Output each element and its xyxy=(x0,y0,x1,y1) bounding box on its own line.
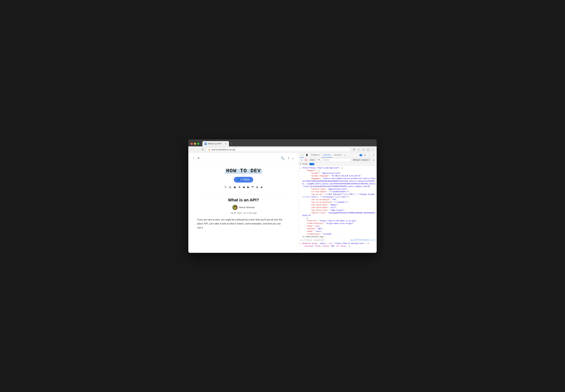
tabs-row: H What is an API? ✕ + ⌄ xyxy=(202,141,374,146)
minimize-button[interactable] xyxy=(194,143,196,145)
article-title: What is an API? xyxy=(228,198,259,202)
tab-list-chevron[interactable]: ⌄ xyxy=(370,144,374,146)
levels-label: Default levels xyxy=(353,159,368,161)
console-toolbar: ⊘ 🚫 top ▾ 👁 Default levels ▾ xyxy=(299,158,377,163)
active-tab[interactable]: H What is an API? ✕ xyxy=(202,141,229,146)
follow-button[interactable]: 👤+ Follow xyxy=(234,177,253,182)
tab-favicon: H xyxy=(205,142,207,145)
console-prompt[interactable]: › xyxy=(299,248,377,251)
page-theme-button[interactable]: ☽ xyxy=(287,156,289,160)
author-name: Marcin Wosinek xyxy=(239,206,255,209)
console-filter-input[interactable] xyxy=(322,158,351,162)
maximize-button[interactable] xyxy=(197,143,199,145)
console-output[interactable]: ▶ fetch("https://how-to.dev/api/user", {… xyxy=(299,166,377,253)
logo-text: HOW TO DEV xyxy=(226,168,261,174)
browser-window: H What is an API? ✕ + ⌄ ← → ↻ 🔒 how-to.d… xyxy=(188,139,377,253)
page-header: ‹ ≡ 🔍 ☽ ⌄ xyxy=(188,153,299,163)
close-button[interactable] xyxy=(191,143,193,145)
devtools-close-button[interactable]: ✕ xyxy=(372,153,375,157)
read-time: 📖 5 min read xyxy=(243,212,256,214)
refresh-icon: ↻ xyxy=(202,148,204,151)
promise-entry: ◀ app-bdf9f4b3353ae001.js:14 ▶ Promise {… xyxy=(299,238,377,242)
follow-label: Follow xyxy=(243,178,250,181)
levels-selector[interactable]: Default levels ▾ xyxy=(352,159,371,161)
linkedin-icon[interactable]: in xyxy=(252,185,253,189)
browser-menu-button[interactable]: ⋮ xyxy=(371,148,375,152)
article-excerpt: If you are new to tech, you might be con… xyxy=(197,218,282,230)
tab-title: What is an API? xyxy=(208,142,223,145)
article-date: Jul 26, 2023 · 📖 5 min read xyxy=(230,212,256,214)
youtube-icon[interactable]: ▶ xyxy=(247,185,249,189)
lock-icon: 🔒 xyxy=(208,149,210,151)
response-toggle[interactable]: ▶ xyxy=(300,242,301,245)
traffic-lights xyxy=(191,143,199,145)
promise-expand[interactable]: ▶ xyxy=(302,239,304,241)
page-menu-button[interactable]: ≡ xyxy=(197,156,200,160)
author-avatar: 🧑 xyxy=(232,205,238,210)
share-button[interactable]: ⬆ xyxy=(352,148,356,152)
fetch-entry: ▶ fetch("https://how-to.dev/api/user", {… xyxy=(299,166,377,238)
blog-logo: HOW TO DEV xyxy=(226,168,261,174)
webpage: ‹ ≡ 🔍 ☽ ⌄ HOW TO DEV 👤+ Follow xyxy=(188,153,299,253)
page-search-button[interactable]: 🔍 xyxy=(281,156,284,160)
device-icon: 📱 xyxy=(306,154,308,156)
eye-button[interactable]: 👁 xyxy=(317,158,321,162)
devtools-tabs: Elements Console Sources » xyxy=(310,153,359,158)
page-content: HOW TO DEV 👤+ Follow 𝕏 ◎ ◉ ⊕ ◆ ▶ in ⊗ ◈ xyxy=(188,163,299,234)
prompt-chevron: › xyxy=(302,249,303,251)
tab-close-button[interactable]: ✕ xyxy=(224,142,227,145)
page-back-button[interactable]: ‹ xyxy=(193,156,195,160)
devtools-device-button[interactable]: 📱 xyxy=(305,153,309,158)
eye-icon: 👁 xyxy=(318,159,320,161)
bookmark-button[interactable]: ☆ xyxy=(357,148,361,152)
tab-elements[interactable]: Elements xyxy=(310,153,322,158)
devtools-settings: ⚙ ⋮ ✕ xyxy=(363,153,375,157)
devtools-badge: 1 xyxy=(359,154,362,156)
extensions-button[interactable]: ⬡ xyxy=(361,148,366,152)
levels-chevron: ▾ xyxy=(369,159,370,161)
follow-icon: 👤+ xyxy=(237,178,242,181)
expand-toggle[interactable]: ▶ xyxy=(300,167,301,169)
github-icon[interactable]: ◉ xyxy=(234,185,236,189)
promise-toggle[interactable]: ◀ xyxy=(300,239,301,241)
devto-icon[interactable]: ◆ xyxy=(243,185,245,189)
new-tab-button[interactable]: + xyxy=(230,141,234,146)
rss-icon[interactable]: ◈ xyxy=(261,185,263,189)
devtools-more-menu[interactable]: ⋮ xyxy=(367,153,371,157)
globe-icon[interactable]: ⊕ xyxy=(238,185,240,189)
back-button[interactable]: ← xyxy=(190,148,194,152)
devtools-panel: ⬚ 📱 Elements Console Sources » xyxy=(299,153,377,253)
tab-sources[interactable]: Sources xyxy=(332,153,343,158)
console-icons: ⊘ 🚫 xyxy=(300,158,308,162)
page-header-actions: 🔍 ☽ ⌄ xyxy=(281,156,294,160)
devtools-more-tabs[interactable]: » xyxy=(343,153,346,157)
profiles-button[interactable]: ◯ xyxy=(366,148,370,152)
source-link[interactable]: app-bdf9f4b3353ae001.js:14 xyxy=(350,239,375,241)
issues-label: 1 Issue: xyxy=(300,163,309,165)
tab-console[interactable]: Console xyxy=(322,153,332,158)
context-selector[interactable]: top ▾ xyxy=(309,159,316,161)
console-clear-button[interactable]: ⊘ xyxy=(300,158,304,162)
title-bar: H What is an API? ✕ + ⌄ xyxy=(188,139,377,146)
context-label: top xyxy=(310,159,313,161)
issues-bar: 1 Issue: 🔵 1 xyxy=(299,163,377,166)
response-entry: ▶ Response {type: 'basic', url: 'https:/… xyxy=(299,242,377,248)
forward-icon: → xyxy=(196,148,199,151)
devtools-inspect-button[interactable]: ⬚ xyxy=(300,153,304,158)
main-area: ‹ ≡ 🔍 ☽ ⌄ HOW TO DEV 👤+ Follow xyxy=(188,153,377,253)
twitter-icon[interactable]: 𝕏 xyxy=(224,185,227,189)
devtools-toolbar: ⬚ 📱 Elements Console Sources » xyxy=(299,153,377,158)
refresh-button[interactable]: ↻ xyxy=(201,148,205,152)
console-settings-button[interactable]: ⚙ xyxy=(372,158,375,162)
mastodon-icon[interactable]: ⊗ xyxy=(256,185,258,189)
issues-badge[interactable]: 🔵 1 xyxy=(310,163,314,165)
clear-icon: ⊘ xyxy=(301,159,302,161)
console-filter-toggle[interactable]: 🚫 xyxy=(304,158,308,162)
divider xyxy=(197,195,290,195)
page-more-button[interactable]: ⌄ xyxy=(292,156,294,160)
instagram-icon[interactable]: ◎ xyxy=(229,185,231,189)
devtools-settings-button[interactable]: ⚙ xyxy=(363,153,367,157)
forward-button[interactable]: → xyxy=(195,148,199,152)
promise-value: Promise {<pending>} xyxy=(304,239,325,241)
address-bar[interactable]: 🔒 how-to.dev/what-is-an-api xyxy=(206,148,351,152)
